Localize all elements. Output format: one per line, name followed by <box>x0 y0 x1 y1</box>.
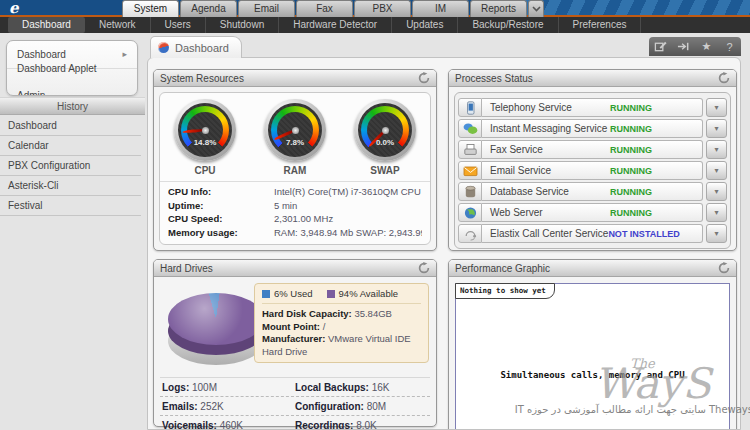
info-value: 5 min <box>274 199 297 213</box>
nav-network[interactable]: Network <box>85 17 151 33</box>
stats-row: Voicemails: 460K Recordings: 8.0K <box>160 416 430 430</box>
history-item-calendar[interactable]: Calendar <box>0 136 141 156</box>
panel-hard-drives: Hard Drives 6% Used 94% Available Hard D… <box>153 259 437 427</box>
chevron-down-icon[interactable] <box>528 0 544 17</box>
refresh-icon[interactable] <box>418 72 430 84</box>
refresh-icon[interactable] <box>418 262 430 274</box>
disk-info-box: 6% Used 94% Available Hard Disk Capacity… <box>254 283 429 363</box>
service-status: RUNNING <box>610 187 702 197</box>
gauge-value: 7.8% <box>264 138 326 147</box>
panel-title: Processes Status <box>455 73 533 84</box>
disk-info-value: / <box>323 321 326 332</box>
call-center-icon <box>458 224 482 243</box>
stat-value: 80M <box>367 401 386 412</box>
service-row: Instant Messaging ServiceRUNNING ▾ <box>458 119 727 138</box>
history-item-pbx-configuration[interactable]: PBX Configuration <box>0 156 141 176</box>
legend-swatch-available <box>327 290 335 298</box>
tab-reports[interactable]: Reports <box>470 0 527 17</box>
service-dropdown-button[interactable]: ▾ <box>706 140 727 159</box>
sidebar-item-dashboard-applet-admin[interactable]: Dashboard Applet Admin <box>7 68 137 95</box>
telephony-icon <box>458 98 482 117</box>
elastix-logo-icon: e <box>9 0 19 17</box>
service-row: Fax ServiceRUNNING ▾ <box>458 140 727 159</box>
top-bar: e System Agenda Email Fax PBX IM Reports <box>0 0 750 17</box>
panel-title: System Resources <box>160 73 244 84</box>
legend-swatch-used <box>262 290 270 298</box>
service-dropdown-button[interactable]: ▾ <box>706 203 727 222</box>
gauge-row: 14.8% CPU 7.8% RAM 0.0% <box>160 93 430 176</box>
service-dropdown-button[interactable]: ▾ <box>706 182 727 201</box>
nav-hardware-detector[interactable]: Hardware Detector <box>279 17 392 33</box>
service-name: Elastix Call Center Service <box>490 228 608 239</box>
info-label: CPU Info: <box>168 185 274 199</box>
service-status: NOT INSTALLED <box>608 229 703 239</box>
gauge-value: 14.8% <box>174 138 236 147</box>
service-name: Email Service <box>490 165 610 176</box>
service-status: RUNNING <box>610 103 702 113</box>
history-item-asterisk-cli[interactable]: Asterisk-Cli <box>0 176 141 196</box>
page-title: Dashboard <box>175 42 229 54</box>
legend-label: 6% Used <box>274 288 313 299</box>
service-name: Instant Messaging Service <box>490 123 610 134</box>
nav-users[interactable]: Users <box>151 17 206 33</box>
refresh-icon[interactable] <box>718 72 730 84</box>
service-dropdown-button[interactable]: ▾ <box>706 224 727 243</box>
service-dropdown-button[interactable]: ▾ <box>706 98 727 117</box>
system-info-table: CPU Info:Intel(R) Core(TM) i7-3610QM CPU… <box>160 181 430 242</box>
legend-label: 94% Available <box>339 288 399 299</box>
stats-row: Emails: 252K Configuration: 80M <box>160 397 430 416</box>
main-content: System Resources 14.8% CPU <box>147 57 741 430</box>
tab-fax[interactable]: Fax <box>296 0 353 17</box>
storage-stats-table: Logs: 100M Local Backups: 16K Emails: 25… <box>160 377 430 430</box>
history-item-dashboard[interactable]: Dashboard <box>0 116 141 136</box>
gauge-label: SWAP <box>345 165 425 176</box>
performance-chart-area: Nothing to show yet Simultaneous calls, … <box>455 283 730 430</box>
panel-performance-graphic: Performance Graphic Nothing to show yet … <box>448 259 737 430</box>
help-icon[interactable]: ? <box>723 40 737 54</box>
tab-im[interactable]: IM <box>412 0 469 17</box>
panel-title: Performance Graphic <box>455 263 550 274</box>
nav-dashboard[interactable]: Dashboard <box>8 17 85 33</box>
info-value: 2,301.00 MHz <box>274 212 333 226</box>
email-icon <box>458 161 482 180</box>
nav-backup-restore[interactable]: Backup/Restore <box>458 17 558 33</box>
nav-updates[interactable]: Updates <box>392 17 458 33</box>
web-server-icon <box>458 203 482 222</box>
disk-usage-pie-chart <box>166 289 266 369</box>
nav-preferences[interactable]: Preferences <box>559 17 642 33</box>
service-dropdown-button[interactable]: ▾ <box>706 119 727 138</box>
tab-email[interactable]: Email <box>238 0 295 17</box>
nav-shutdown[interactable]: Shutdown <box>206 17 279 33</box>
history-header: History <box>0 97 145 115</box>
refresh-icon[interactable] <box>718 262 730 274</box>
tab-agenda[interactable]: Agenda <box>180 0 237 17</box>
service-row: Web ServerRUNNING ▾ <box>458 203 727 222</box>
info-label: Uptime: <box>168 199 274 213</box>
service-status: RUNNING <box>610 166 702 176</box>
stat-value: 252K <box>200 401 223 412</box>
stat-label: Recordings: <box>295 420 353 430</box>
stat-value: 460K <box>220 420 243 430</box>
stat-label: Voicemails: <box>162 420 217 430</box>
star-icon[interactable]: ★ <box>700 40 714 54</box>
page-tab-dashboard[interactable]: Dashboard <box>150 36 242 58</box>
service-status: RUNNING <box>610 145 702 155</box>
service-status: RUNNING <box>610 208 702 218</box>
collapse-panel-icon[interactable] <box>677 40 691 54</box>
tab-system[interactable]: System <box>122 0 179 17</box>
empty-state-label: Nothing to show yet <box>455 283 555 299</box>
dashboard-sphere-icon <box>158 42 169 53</box>
service-dropdown-button[interactable]: ▾ <box>706 161 727 180</box>
stat-label: Configuration: <box>295 401 364 412</box>
service-row: Elastix Call Center ServiceNOT INSTALLED… <box>458 224 727 243</box>
history-item-festival[interactable]: Festival <box>0 196 141 216</box>
stat-label: Logs: <box>162 382 189 393</box>
sidebar-item-label: Dashboard Applet Admin <box>17 55 127 96</box>
chart-caption: Simultaneous calls, memory and CPU <box>456 370 729 380</box>
service-status: RUNNING <box>610 124 702 134</box>
stat-value: 16K <box>372 382 390 393</box>
edit-icon[interactable] <box>654 40 668 54</box>
tab-pbx[interactable]: PBX <box>354 0 411 17</box>
stat-value: 100M <box>192 382 217 393</box>
gauge-cpu: 14.8% CPU <box>165 99 245 176</box>
